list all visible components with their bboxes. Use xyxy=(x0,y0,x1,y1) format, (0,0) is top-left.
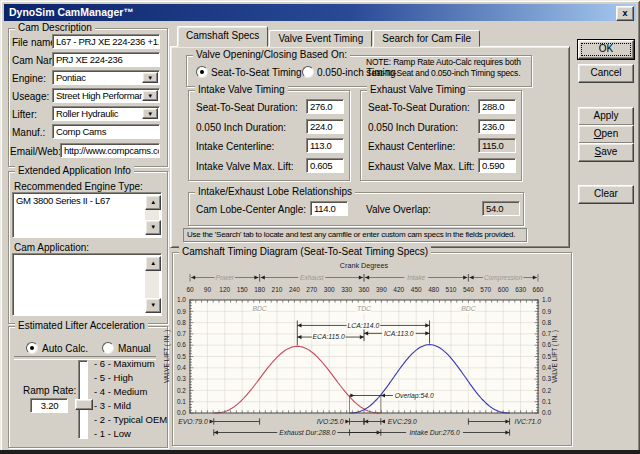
file-name-field[interactable]: L67 - PRJ XE 224-236 +1.6-1. xyxy=(52,34,160,49)
inch-timing-radio[interactable] xyxy=(302,66,314,78)
svg-text:0.0: 0.0 xyxy=(177,409,186,416)
engine-type-listbox[interactable]: GM 3800 Series II - L67 ▲ ▼ xyxy=(12,192,162,238)
svg-text:150: 150 xyxy=(237,286,248,293)
svg-text:0.3: 0.3 xyxy=(542,375,551,382)
engine-dropdown[interactable]: Pontiac ▼ xyxy=(52,70,160,85)
tab-valve-event-timing[interactable]: Valve Event Timing xyxy=(269,30,372,47)
svg-text:1.0: 1.0 xyxy=(177,296,186,303)
group-title: Intake/Exhaust Lobe Relationships xyxy=(195,186,355,198)
svg-text:270: 270 xyxy=(306,286,317,293)
list-item[interactable]: GM 3800 Series II - L67 xyxy=(16,195,110,206)
intake-centerline-field[interactable]: 113.0 xyxy=(306,138,344,153)
slider-scale-6: - 6 - Maximum xyxy=(94,358,155,369)
manual-label: Manual xyxy=(118,343,151,354)
tab-search-for-cam-file[interactable]: Search for Cam File xyxy=(373,30,480,47)
svg-text:60: 60 xyxy=(186,286,194,293)
manual-radio[interactable] xyxy=(102,342,114,354)
cam-name-field[interactable]: PRJ XE 224-236 xyxy=(52,52,160,67)
scrollbar[interactable]: ▲ ▼ xyxy=(145,256,159,313)
auto-calc-radio[interactable] xyxy=(26,342,38,354)
intake-sts-duration-field[interactable]: 276.0 xyxy=(306,99,344,114)
intake-row-label: Intake Centerline: xyxy=(196,141,274,152)
slider-scale-3: - 3 - Mild xyxy=(94,400,131,411)
group-title: Intake Valve Timing xyxy=(195,84,288,96)
svg-text:TDC: TDC xyxy=(357,305,371,312)
svg-text:Compression: Compression xyxy=(484,274,523,282)
manuf-field[interactable]: Comp Cams xyxy=(52,124,160,139)
svg-text:570: 570 xyxy=(480,286,491,293)
cancel-button[interactable]: Cancel xyxy=(578,64,634,83)
useage-label: Useage: xyxy=(12,91,49,102)
svg-text:600: 600 xyxy=(498,286,509,293)
svg-text:0.6: 0.6 xyxy=(542,341,551,348)
exhaust-row-label: Exhaust Centerline: xyxy=(368,141,455,152)
tab-camshaft-specs[interactable]: Camshaft Specs xyxy=(177,26,268,47)
clear-button[interactable]: Clear xyxy=(578,185,634,204)
svg-text:1.0: 1.0 xyxy=(542,296,551,303)
slider-scale-2: - 2 - Typical OEM xyxy=(94,414,167,425)
svg-text:210: 210 xyxy=(272,286,283,293)
chevron-down-icon[interactable]: ▼ xyxy=(142,108,158,119)
scroll-down-icon[interactable]: ▼ xyxy=(145,220,161,235)
exhaust-050-duration-field[interactable]: 236.0 xyxy=(478,119,516,134)
lobe-center-angle-field[interactable]: 114.0 xyxy=(310,201,348,216)
svg-text:EVC:29.0: EVC:29.0 xyxy=(388,418,417,425)
svg-text:0.9: 0.9 xyxy=(177,308,186,315)
ok-button[interactable]: OK xyxy=(578,40,634,59)
slider-thumb[interactable] xyxy=(75,399,93,410)
svg-text:0.4: 0.4 xyxy=(542,364,551,371)
cam-application-listbox[interactable]: ▲ ▼ xyxy=(12,253,162,316)
engine-value: Pontiac xyxy=(56,72,86,83)
svg-text:ICA:113.0: ICA:113.0 xyxy=(384,330,414,337)
svg-text:630: 630 xyxy=(515,286,526,293)
chevron-down-icon[interactable]: ▼ xyxy=(142,72,158,83)
svg-text:VALVE LIFT ( IN. ): VALVE LIFT ( IN. ) xyxy=(551,330,559,383)
svg-text:0.7: 0.7 xyxy=(542,330,551,337)
svg-text:330: 330 xyxy=(341,286,352,293)
valve-overlap-label: Valve Overlap: xyxy=(366,204,431,215)
seat-to-seat-radio[interactable] xyxy=(196,66,208,78)
lifter-label: Lifter: xyxy=(12,109,37,120)
scroll-up-icon[interactable]: ▲ xyxy=(145,195,161,210)
svg-text:0.2: 0.2 xyxy=(542,387,551,394)
svg-text:300: 300 xyxy=(324,286,335,293)
svg-text:0.6: 0.6 xyxy=(177,341,186,348)
exhaust-max-lift-field[interactable]: 0.590 xyxy=(478,158,516,173)
window-title: DynoSim CamManager™ xyxy=(9,6,134,18)
svg-text:BDC: BDC xyxy=(461,305,475,312)
app-window: DynoSim CamManager™ x Cam Description Fi… xyxy=(0,0,640,454)
window-bottom-edge xyxy=(0,450,640,454)
close-icon[interactable]: x xyxy=(616,6,634,21)
engine-label: Engine: xyxy=(12,73,46,84)
intake-max-lift-field[interactable]: 0.605 xyxy=(306,158,344,173)
lifter-dropdown[interactable]: Roller Hydraulic ▼ xyxy=(52,106,160,121)
exhaust-sts-duration-field[interactable]: 288.0 xyxy=(478,99,516,114)
intake-row-label: 0.050 Inch Duration: xyxy=(196,122,286,133)
intake-050-duration-field[interactable]: 224.0 xyxy=(306,119,344,134)
svg-text:120: 120 xyxy=(219,286,230,293)
svg-text:180: 180 xyxy=(254,286,265,293)
svg-text:450: 450 xyxy=(411,286,422,293)
svg-text:EVO:79.0: EVO:79.0 xyxy=(178,418,208,425)
useage-dropdown[interactable]: Street High Performance ▼ xyxy=(52,88,160,103)
svg-text:IVC:71.0: IVC:71.0 xyxy=(515,418,542,425)
intake-row-label: Seat-To-Seat Duration: xyxy=(196,102,298,113)
note-text: NOTE: Ramp Rate Auto-Calc requires both … xyxy=(366,57,526,79)
svg-text:0.0: 0.0 xyxy=(542,409,551,416)
lobe-center-angle-label: Cam Lobe-Center Angle: xyxy=(196,204,306,215)
seat-to-seat-label: Seat-To-Seat Timing xyxy=(211,67,302,78)
group-title: Estimated Lifter Acceleration xyxy=(15,320,148,332)
scroll-up-icon[interactable]: ▲ xyxy=(145,256,161,271)
manuf-label: Manuf.: xyxy=(12,127,45,138)
save-button[interactable]: Save xyxy=(578,143,634,162)
exhaust-row-label: 0.050 Inch Duration: xyxy=(368,122,458,133)
svg-text:Crank Degrees: Crank Degrees xyxy=(340,261,389,270)
chevron-down-icon[interactable]: ▼ xyxy=(142,90,158,101)
ramp-rate-field[interactable]: 3.20 xyxy=(30,398,68,413)
scrollbar[interactable]: ▲ ▼ xyxy=(145,195,159,235)
email-web-field[interactable]: http://www.compcams.com xyxy=(60,143,160,158)
scroll-down-icon[interactable]: ▼ xyxy=(145,298,161,313)
engine-type-label: Recommended Engine Type: xyxy=(14,181,143,192)
apply-button[interactable]: Apply xyxy=(578,107,634,126)
open-button[interactable]: Open xyxy=(578,125,634,144)
